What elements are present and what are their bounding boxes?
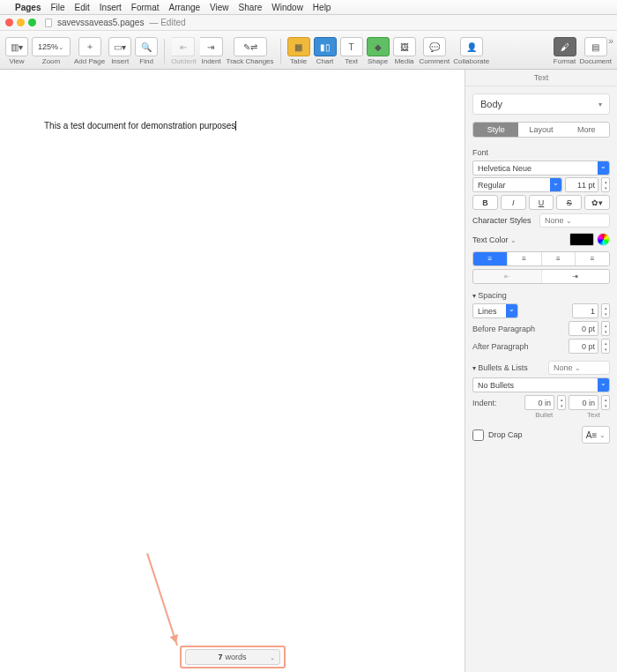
view-button[interactable]: ▥▾ xyxy=(5,37,28,56)
table-button[interactable]: ▦ xyxy=(287,37,310,56)
zoom-select[interactable]: 125% ⌄ xyxy=(32,37,71,56)
add-page-button[interactable]: ＋ xyxy=(78,37,101,56)
font-weight-select[interactable]: Regular xyxy=(472,177,562,192)
zoom-label: Zoom xyxy=(42,57,60,65)
find-label: Find xyxy=(139,57,153,65)
drop-cap-style-button[interactable]: A≡⌄ xyxy=(582,426,610,444)
format-inspector-button[interactable]: 🖌 xyxy=(554,37,576,56)
text-color-swatch[interactable] xyxy=(569,233,594,246)
menu-view[interactable]: View xyxy=(210,3,229,12)
before-paragraph-label: Before Paragraph xyxy=(472,325,535,333)
document-inspector-button[interactable]: ▤ xyxy=(584,37,607,56)
paragraph-style-select[interactable]: Body▾ xyxy=(472,93,610,115)
comment-button[interactable]: 💬 xyxy=(423,37,446,56)
bullets-preset-select[interactable]: None ⌄ xyxy=(548,361,610,375)
menu-edit[interactable]: Edit xyxy=(75,3,90,12)
before-paragraph-field[interactable]: 0 pt xyxy=(569,321,598,336)
bold-button[interactable]: B xyxy=(472,195,498,210)
drop-cap-checkbox[interactable]: Drop Cap xyxy=(472,429,523,441)
insert-label: Insert xyxy=(111,57,129,65)
menu-format[interactable]: Format xyxy=(131,3,160,12)
text-color-label: Text Color ⌄ xyxy=(472,235,517,244)
font-family-select[interactable]: Helvetica Neue xyxy=(472,161,610,175)
text-button[interactable]: T xyxy=(340,37,363,56)
menu-file[interactable]: File xyxy=(50,3,64,12)
view-label: View xyxy=(9,57,24,65)
italic-button[interactable]: I xyxy=(501,195,526,210)
indent-button[interactable]: ⇥ xyxy=(200,37,223,56)
segment-style[interactable]: Style xyxy=(473,123,518,137)
document-edited-status: — Edited xyxy=(149,18,185,27)
media-button[interactable]: 🖼 xyxy=(393,37,416,56)
window-zoom-button[interactable] xyxy=(28,19,36,26)
word-count-popup[interactable]: 7 words xyxy=(185,649,280,665)
window-minimize-button[interactable] xyxy=(17,19,25,26)
bullet-indent-field[interactable]: 0 in xyxy=(524,395,554,410)
segment-layout[interactable]: Layout xyxy=(518,123,563,137)
font-section-label: Font xyxy=(465,145,617,159)
add-page-label: Add Page xyxy=(74,57,105,65)
inspector-tab-text[interactable]: Text xyxy=(465,70,617,86)
text-indent-field[interactable]: 0 in xyxy=(569,395,598,410)
page[interactable]: This a test document for demonstration p… xyxy=(0,70,465,672)
outdent-button[interactable]: ⇤ xyxy=(172,37,195,56)
before-stepper[interactable]: ▴▾ xyxy=(601,321,610,336)
bullets-section[interactable]: Bullets & Lists xyxy=(472,363,528,372)
align-left-button[interactable]: ≡ xyxy=(473,252,508,265)
window-close-button[interactable] xyxy=(5,19,13,26)
menu-insert[interactable]: Insert xyxy=(100,3,122,12)
document-filename[interactable]: savevssaveas5.pages xyxy=(57,18,144,27)
bullets-style-select[interactable]: No Bullets xyxy=(472,377,610,392)
toolbar-overflow-icon[interactable]: » xyxy=(608,35,613,46)
inspector-segments: Style Layout More xyxy=(472,122,610,138)
document-canvas[interactable]: This a test document for demonstration p… xyxy=(0,70,465,672)
system-menubar: Pages File Edit Insert Format Arrange Vi… xyxy=(0,0,617,15)
align-right-button[interactable]: ≡ xyxy=(542,252,576,265)
font-size-stepper[interactable]: ▴▾ xyxy=(601,177,610,192)
menu-arrange[interactable]: Arrange xyxy=(169,3,201,12)
insert-button[interactable]: ▭▾ xyxy=(108,37,131,56)
menu-share[interactable]: Share xyxy=(239,3,263,12)
format-inspector: Text Body▾ Style Layout More Font Helvet… xyxy=(465,70,617,672)
align-justify-button[interactable]: ≡ xyxy=(576,252,609,265)
strike-button[interactable]: S xyxy=(556,195,582,210)
menu-app[interactable]: Pages xyxy=(15,3,41,12)
outdent-inline-button[interactable]: ⇤ xyxy=(473,270,542,283)
segment-more[interactable]: More xyxy=(564,123,609,137)
color-picker-icon[interactable] xyxy=(597,233,610,246)
toolbar: ▥▾View 125% ⌄Zoom ＋Add Page ▭▾Insert 🔍Fi… xyxy=(0,31,617,70)
word-count-label: words xyxy=(226,653,247,661)
indent-inline-button[interactable]: ⇥ xyxy=(542,270,610,283)
spacing-mode-select[interactable]: Lines xyxy=(472,303,518,318)
collaborate-button[interactable]: 👤 xyxy=(460,37,483,56)
indent-label: Indent: xyxy=(472,399,497,407)
menu-window[interactable]: Window xyxy=(271,3,303,12)
window-titlebar: savevssaveas5.pages — Edited xyxy=(0,15,617,31)
document-body-text[interactable]: This a test document for demonstration p… xyxy=(44,121,236,131)
align-center-button[interactable]: ≡ xyxy=(508,252,542,265)
spacing-section[interactable]: Spacing xyxy=(465,287,617,302)
after-paragraph-field[interactable]: 0 pt xyxy=(569,339,598,354)
after-paragraph-label: After Paragraph xyxy=(472,342,529,351)
font-size-field[interactable]: 11 pt xyxy=(565,177,598,192)
spacing-stepper[interactable]: ▴▾ xyxy=(601,303,610,318)
document-proxy-icon[interactable] xyxy=(45,19,52,27)
font-advanced-button[interactable]: ✿▾ xyxy=(584,195,610,210)
character-styles-select[interactable]: None ⌄ xyxy=(539,213,610,228)
find-button[interactable]: 🔍 xyxy=(135,37,158,56)
word-count-value: 7 xyxy=(218,653,222,661)
underline-button[interactable]: U xyxy=(529,195,554,210)
shape-button[interactable]: ◆ xyxy=(367,37,390,56)
menu-help[interactable]: Help xyxy=(313,3,331,12)
after-stepper[interactable]: ▴▾ xyxy=(601,339,610,354)
track-changes-button[interactable]: ✎⇌ xyxy=(234,37,267,56)
chart-button[interactable]: ▮▯ xyxy=(314,37,337,56)
spacing-value-field[interactable]: 1 xyxy=(572,303,598,318)
character-styles-label: Character Styles xyxy=(472,216,532,225)
